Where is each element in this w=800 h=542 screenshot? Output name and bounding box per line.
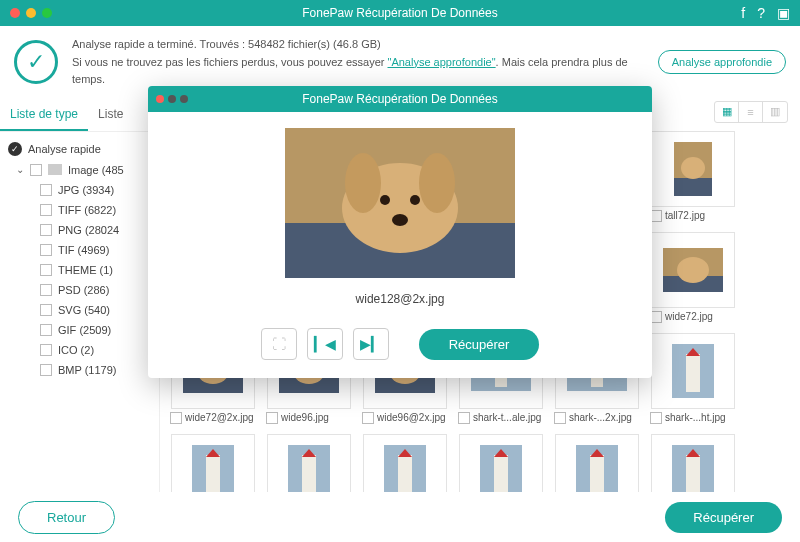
tree-item-label: THEME (1) (58, 264, 113, 276)
filename-label: wide96.jpg (281, 412, 352, 423)
deep-scan-button[interactable]: Analyse approfondie (658, 50, 786, 74)
check-icon: ✓ (14, 40, 58, 84)
grid-cell[interactable]: tall72.jpg (650, 131, 736, 222)
thumbnail[interactable] (651, 232, 735, 308)
modal-titlebar: FonePaw Récupération De Données (148, 86, 652, 112)
tree-item[interactable]: THEME (1) (0, 260, 159, 280)
sidebar-tabs: Liste de type Liste (0, 99, 159, 132)
tree-item-label: TIF (4969) (58, 244, 109, 256)
checkbox[interactable] (30, 164, 42, 176)
checkbox[interactable] (40, 204, 52, 216)
deep-scan-link[interactable]: "Analyse approfondie" (388, 56, 496, 68)
grid-cell[interactable]: shark-...ht.jpg (650, 333, 736, 424)
svg-point-72 (410, 195, 420, 205)
chevron-down-icon: ⌄ (16, 164, 24, 175)
svg-rect-13 (674, 178, 712, 196)
tree-item[interactable]: PSD (286) (0, 280, 159, 300)
svg-point-73 (392, 214, 408, 226)
thumbnail[interactable] (651, 131, 735, 207)
tree-item-label: JPG (3934) (58, 184, 114, 196)
grid-view-button[interactable]: ▦ (715, 102, 739, 122)
grid-cell[interactable]: wide72.jpg (650, 232, 736, 323)
tree-item-label: TIFF (6822) (58, 204, 116, 216)
checkbox[interactable] (40, 304, 52, 316)
filename-label: wide72@2x.jpg (185, 412, 256, 423)
checkbox[interactable] (40, 364, 52, 376)
tree-item[interactable]: SVG (540) (0, 300, 159, 320)
checkbox[interactable] (40, 244, 52, 256)
filename-label: shark-...2x.jpg (569, 412, 640, 423)
modal-title: FonePaw Récupération De Données (148, 92, 652, 106)
checkbox[interactable] (40, 284, 52, 296)
checkbox[interactable] (40, 344, 52, 356)
prev-button[interactable]: ▎◀ (307, 328, 343, 360)
tree-item[interactable]: TIFF (6822) (0, 200, 159, 220)
checkbox[interactable] (40, 224, 52, 236)
svg-point-14 (681, 157, 705, 179)
view-mode-bar: ▦ ≡ ▥ (714, 101, 788, 123)
detail-view-button[interactable]: ▥ (763, 102, 787, 122)
recover-button[interactable]: Récupérer (665, 502, 782, 533)
tree-item-label: BMP (1179) (58, 364, 117, 376)
checkbox[interactable] (40, 324, 52, 336)
tree-item[interactable]: JPG (3934) (0, 180, 159, 200)
checkbox[interactable] (40, 264, 52, 276)
next-button[interactable]: ▶▎ (353, 328, 389, 360)
facebook-icon[interactable]: f (741, 5, 745, 21)
back-button[interactable]: Retour (18, 501, 115, 534)
svg-point-29 (677, 257, 709, 283)
preview-modal: FonePaw Récupération De Données wide128@… (148, 86, 652, 378)
thumbnail[interactable] (651, 333, 735, 409)
tree-item-label: SVG (540) (58, 304, 110, 316)
file-tree: ✓ Analyse rapide ⌄ Image (485 JPG (3934)… (0, 132, 159, 386)
checkbox[interactable] (458, 412, 470, 424)
filename-label: shark-...ht.jpg (665, 412, 736, 423)
checkbox[interactable] (170, 412, 182, 424)
tree-item[interactable]: PNG (28024 (0, 220, 159, 240)
title-actions: f ? ▣ (741, 5, 790, 21)
svg-rect-52 (302, 455, 316, 493)
fullscreen-button[interactable]: ⛶ (261, 328, 297, 360)
filename-label: wide96@2x.jpg (377, 412, 448, 423)
summary-line1: Analyse rapide a terminé. Trouvés : 5484… (72, 36, 644, 54)
sidebar: Liste de type Liste ✓ Analyse rapide ⌄ I… (0, 99, 160, 509)
filename-label: tall72.jpg (665, 210, 736, 221)
checkbox[interactable] (650, 412, 662, 424)
tree-image-category[interactable]: ⌄ Image (485 (0, 160, 159, 180)
filename-label: shark-t...ale.jpg (473, 412, 544, 423)
check-fill-icon: ✓ (8, 142, 22, 156)
tree-quick-scan[interactable]: ✓ Analyse rapide (0, 138, 159, 160)
checkbox[interactable] (40, 184, 52, 196)
svg-point-70 (419, 153, 455, 213)
preview-filename: wide128@2x.jpg (168, 292, 632, 306)
modal-recover-button[interactable]: Récupérer (419, 329, 540, 360)
svg-point-71 (380, 195, 390, 205)
svg-rect-61 (590, 455, 604, 493)
svg-rect-46 (686, 354, 700, 392)
svg-rect-49 (206, 455, 220, 493)
app-title: FonePaw Récupération De Données (0, 6, 800, 20)
checkbox[interactable] (266, 412, 278, 424)
tab-type-list[interactable]: Liste de type (0, 99, 88, 131)
svg-rect-58 (494, 455, 508, 493)
tree-item-label: PNG (28024 (58, 224, 119, 236)
checkbox[interactable] (362, 412, 374, 424)
tree-item-label: GIF (2509) (58, 324, 111, 336)
tree-item[interactable]: GIF (2509) (0, 320, 159, 340)
image-icon (48, 164, 62, 175)
tree-item-label: PSD (286) (58, 284, 109, 296)
tab-path-list[interactable]: Liste (88, 99, 133, 131)
help-icon[interactable]: ? (757, 5, 765, 21)
save-icon[interactable]: ▣ (777, 5, 790, 21)
list-view-button[interactable]: ≡ (739, 102, 763, 122)
tree-item[interactable]: ICO (2) (0, 340, 159, 360)
titlebar: FonePaw Récupération De Données f ? ▣ (0, 0, 800, 26)
svg-point-69 (345, 153, 381, 213)
svg-rect-64 (686, 455, 700, 493)
tree-item-label: ICO (2) (58, 344, 94, 356)
footer: Retour Récupérer (0, 492, 800, 542)
checkbox[interactable] (554, 412, 566, 424)
tree-item[interactable]: BMP (1179) (0, 360, 159, 380)
tree-item[interactable]: TIF (4969) (0, 240, 159, 260)
dog-photo-icon (285, 128, 515, 278)
